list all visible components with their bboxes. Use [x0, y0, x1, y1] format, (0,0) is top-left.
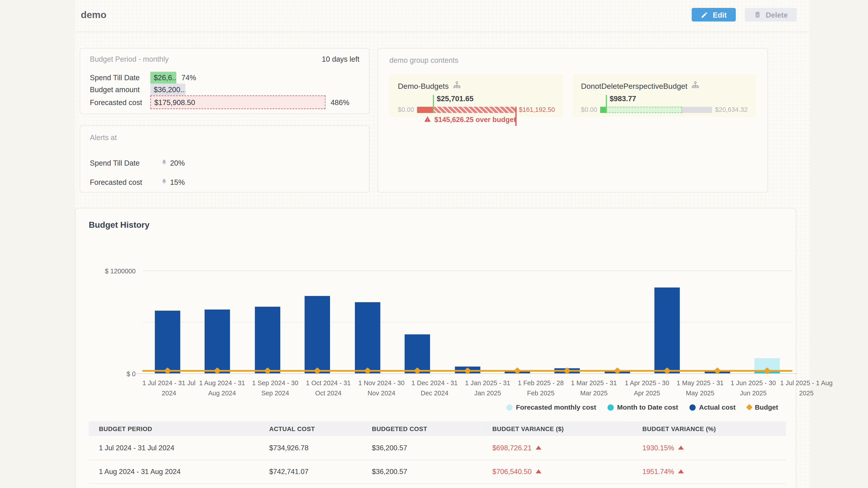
overbudget-label: $145,626.25 over budget: [424, 116, 516, 124]
pencil-icon: [701, 11, 708, 19]
alert-threshold: 15%: [170, 177, 185, 186]
triangle-up-icon: [535, 446, 541, 450]
cell-variance-usd: $743,435.36: [482, 484, 632, 488]
progress-segment-greenbox: [606, 106, 682, 113]
gridline: [143, 271, 792, 271]
header-bar: demo Edit Delete: [75, 0, 810, 32]
cell-budgeted-cost: $36,200.57: [362, 484, 482, 488]
perspective-hierarchy-icon: [453, 81, 461, 92]
group-budget-card: Demo-Budgets$0.00$25,701.65$145,626.25 o…: [390, 74, 563, 117]
legend-diamond-swatch: [746, 404, 752, 410]
bell-icon: [161, 177, 167, 186]
cell-actual-cost: $734,926.78: [259, 436, 362, 460]
x-axis-label: 1 May 2025 - 31 May 2025: [674, 379, 727, 398]
cell-variance-pct: 1930.15%: [632, 436, 786, 460]
cell-budget-period: 1 Aug 2024 - 31 Aug 2024: [89, 460, 259, 484]
legend-label: Budget: [755, 403, 778, 411]
budget-period-card: Budget Period - monthly 10 days left Spe…: [80, 48, 370, 114]
table-head: BUDGET PERIODACTUAL COSTBUDGETED COSTBUD…: [89, 421, 786, 436]
days-left-label: 10 days left: [322, 55, 360, 64]
metric-label: Spend Till Date: [90, 73, 151, 82]
bar-actual: [305, 296, 330, 373]
content-column: demo Edit Delete Budget Period - monthly…: [75, 0, 810, 488]
x-axis-label: 1 Jan 2025 - 31 Jan 2025: [461, 379, 514, 398]
alert-row: Spend Till Date20%: [90, 153, 360, 172]
x-axis-label: 1 Sep 2024 - 30 Sep 2024: [249, 379, 302, 398]
x-axis-label: 1 Jul 2025 - 1 Aug 2025: [780, 379, 833, 398]
triangle-up-icon: [678, 446, 684, 450]
cell-variance-usd: $698,726.21: [482, 436, 632, 460]
alerts-title: Alerts at: [90, 133, 117, 142]
bar-actual: [155, 311, 180, 373]
delete-button[interactable]: Delete: [745, 8, 797, 22]
bar-actual: [655, 287, 680, 373]
table-header-cell: BUDGET PERIOD: [89, 421, 259, 436]
budget-marker-tick: [433, 95, 434, 113]
legend-item-forecasted-monthly-cost[interactable]: Forecasted monthly cost: [506, 403, 596, 411]
table-row: 1 Aug 2024 - 31 Aug 2024$742,741.07$36,2…: [89, 460, 786, 484]
progress-segment-green: [600, 106, 606, 113]
triangle-up-icon: [535, 469, 541, 474]
budget-name: Demo-Budgets: [398, 82, 449, 91]
legend-item-month-to-date-cost[interactable]: Month to Date cost: [608, 403, 678, 411]
bell-icon: [161, 158, 167, 167]
metric-percent: 486%: [331, 98, 349, 107]
chart-legend: Forecasted monthly costMonth to Date cos…: [89, 403, 778, 411]
x-axis-label: 1 Jun 2025 - 30 Jun 2025: [727, 379, 780, 398]
cell-budgeted-cost: $36,200.57: [362, 460, 482, 484]
cell-variance-usd: $706,540.50: [482, 460, 632, 484]
group-budget-list: Demo-Budgets$0.00$25,701.65$145,626.25 o…: [390, 74, 756, 117]
x-axis-label: 1 Mar 2025 - 31 Mar 2025: [567, 379, 620, 398]
budget-period-row: Spend Till Date$26,6...74%: [90, 72, 360, 84]
x-axis-label: 1 Apr 2025 - 30 Apr 2025: [620, 379, 674, 398]
progress-segment-gray: [682, 106, 712, 113]
cell-budgeted-cost: $36,200.57: [362, 436, 482, 460]
alert-metric-label: Forecasted cost: [90, 177, 161, 186]
table-header-cell: BUDGET VARIANCE ($): [482, 421, 632, 436]
alert-row: Forecasted cost15%: [90, 172, 360, 192]
bar-max-label: $161,192.50: [519, 106, 555, 113]
budget-period-row: Forecasted cost$175,908.50486%: [90, 96, 360, 109]
cell-variance-pct: 1951.74%: [632, 460, 786, 484]
progress-segment-red: [417, 106, 433, 113]
x-axis-label: 1 Feb 2025 - 28 Feb 2025: [514, 379, 567, 398]
legend-dot-swatch: [608, 404, 614, 411]
bar-actual: [255, 306, 280, 373]
bar-actual: [355, 302, 380, 373]
legend-label: Actual cost: [699, 403, 736, 411]
triangle-up-icon: [678, 469, 684, 474]
chart-x-labels: 1 Jul 2024 - 31 Jul 20241 Aug 2024 - 31 …: [143, 379, 792, 398]
legend-item-budget[interactable]: Budget: [747, 403, 778, 411]
y-axis-max-label: $ 1200000: [96, 268, 135, 274]
x-axis-label: 1 Jul 2024 - 31 Jul 2024: [143, 379, 195, 398]
legend-item-actual-cost[interactable]: Actual cost: [689, 403, 736, 411]
legend-label: Month to Date cost: [617, 403, 678, 411]
cell-budget-period: 1 Jul 2024 - 31 Jul 2024: [89, 436, 259, 460]
chart-plot: [143, 271, 792, 374]
budget-progress-bar: $983.77: [600, 106, 712, 113]
budget-progress-bar: $25,701.65$145,626.25 over budget: [417, 106, 516, 113]
progress-segment-hatch: [433, 106, 516, 113]
bar-actual: [205, 310, 230, 373]
y-axis-zero-label: $ 0: [96, 370, 135, 377]
warning-icon: [424, 116, 431, 124]
alert-metric-label: Spend Till Date: [90, 158, 161, 167]
metric-value-chip: $26,6...: [150, 72, 176, 84]
bar-min-label: $0.00: [581, 106, 597, 113]
edit-button[interactable]: Edit: [692, 8, 736, 22]
x-axis-label: 1 Aug 2024 - 31 Aug 2024: [195, 379, 249, 398]
table-row: 1 Jul 2024 - 31 Jul 2024$734,926.78$36,2…: [89, 436, 786, 460]
metric-label: Budget amount: [90, 86, 151, 94]
header-actions: Edit Delete: [692, 8, 797, 22]
perspective-hierarchy-icon: [691, 81, 700, 92]
alerts-card: Alerts at Spend Till Date20%Forecasted c…: [80, 125, 370, 193]
table-row: 1 Sep 2024 - 30 Sep 2024$779,635.93$36,2…: [89, 484, 786, 488]
budget-period-row: Budget amount$36,200....: [90, 84, 360, 96]
table-header-cell: ACTUAL COST: [259, 421, 362, 436]
budget-period-rows: Spend Till Date$26,6...74%Budget amount$…: [90, 72, 360, 109]
group-budget-card: DonotDeletePerspectiveBudget$0.00$983.77…: [572, 74, 756, 117]
x-axis-line: [134, 373, 798, 374]
cell-variance-pct: 2053.66%: [632, 484, 786, 488]
budget-history-table: BUDGET PERIODACTUAL COSTBUDGETED COSTBUD…: [89, 421, 786, 488]
budget-marker-tick: [606, 95, 607, 113]
